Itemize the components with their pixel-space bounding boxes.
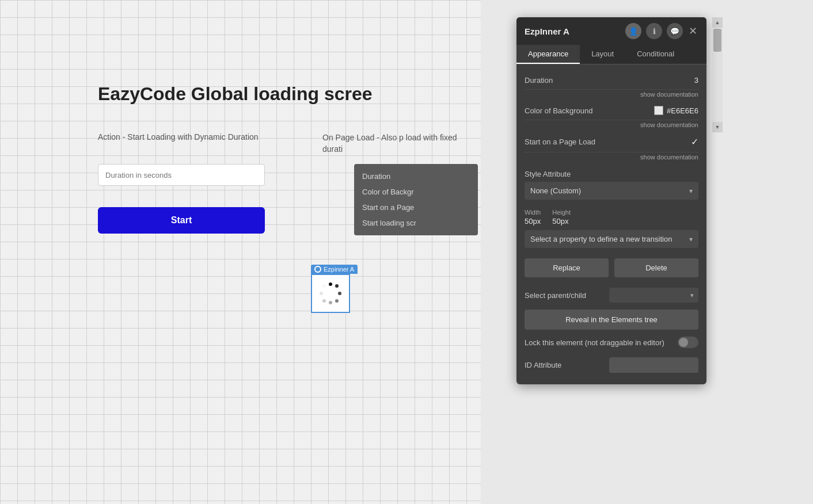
width-value: 50px [525,217,541,226]
lock-row: Lock this element (not draggable in edit… [525,332,698,353]
color-swatch-row[interactable]: #E6E6E6 [654,106,698,115]
svg-point-2 [338,292,341,295]
color-bg-row: Color of Background #E6E6E6 [525,101,698,120]
tab-conditional[interactable]: Conditional [625,45,686,64]
action-label-right: On Page Load - Also p load with fixed du… [322,132,478,155]
svg-point-3 [335,299,339,303]
scrollbar: ▲ ▼ [712,17,723,132]
transition-select[interactable]: Select a property to define a new transi… [525,230,698,248]
dropdown-item-duration[interactable]: Duration [354,169,478,184]
svg-point-5 [322,299,326,303]
svg-point-1 [335,284,339,288]
parent-child-row: Select parent/child [525,283,698,307]
color-bg-label: Color of Background [525,106,593,115]
action-label-left: Action - Start Loading with Dynamic Dura… [98,132,259,142]
dropdown-item-startloading[interactable]: Start loading scr [354,215,478,231]
ezpinner-label-bar: Ezpinner A [311,265,358,274]
color-show-doc[interactable]: show documentation [525,120,698,132]
circle-icon [314,266,321,273]
height-item: Height 50px [552,209,571,226]
avatar-icon: 👤 [629,27,638,36]
ezpinner-label: Ezpinner A [324,266,354,273]
start-button[interactable]: Start [98,207,265,234]
ezpinner-element[interactable]: Ezpinner A [311,265,358,313]
id-attribute-row: ID Attribute [525,353,698,377]
lock-toggle[interactable] [678,337,698,348]
svg-point-4 [329,301,332,304]
replace-button[interactable]: Replace [525,258,609,277]
parent-child-select[interactable] [609,288,698,303]
svg-point-7 [322,284,326,288]
info-icon-btn[interactable]: ℹ [646,23,662,39]
style-attribute-select[interactable]: None (Custom) [525,182,698,200]
height-value: 50px [552,217,571,226]
panel-icons: 👤 ℹ 💬 ✕ [625,23,698,39]
width-item: Width 50px [525,209,541,226]
id-attribute-input[interactable] [609,357,698,373]
transition-select-wrapper[interactable]: Select a property to define a new transi… [525,230,698,248]
panel-header: EzpInner A 👤 ℹ 💬 ✕ [516,17,706,45]
canvas-dropdown: Duration Color of Backgr Start on a Page… [354,164,478,235]
duration-label: Duration [525,76,553,85]
panel-title: EzpInner A [525,26,569,36]
color-swatch[interactable] [654,106,663,115]
info-icon: ℹ [653,27,656,36]
duration-show-doc[interactable]: show documentation [525,90,698,101]
svg-point-0 [329,282,332,286]
style-attribute-select-wrapper[interactable]: None (Custom) [525,182,698,200]
panel-body: Duration 3 show documentation Color of B… [516,64,706,384]
avatar-icon-btn[interactable]: 👤 [625,23,641,39]
color-hex-value: #E6E6E6 [667,106,698,115]
scrollbar-arrow-down[interactable]: ▼ [712,122,723,132]
duration-value: 3 [694,76,698,85]
delete-button[interactable]: Delete [614,258,698,277]
dropdown-item-color[interactable]: Color of Backgr [354,184,478,200]
start-page-load-row: Start on a Page Load ✓ [525,132,698,152]
close-button[interactable]: ✕ [687,25,698,37]
height-label: Height [552,209,571,216]
id-attribute-label: ID Attribute [525,361,561,369]
replace-delete-row: Replace Delete [525,253,698,283]
parent-child-select-wrapper[interactable] [609,288,698,303]
right-panel: EzpInner A 👤 ℹ 💬 ✕ Appearance Layout Con… [516,17,706,384]
spinner-svg [317,280,344,307]
width-label: Width [525,209,541,216]
parent-child-label: Select parent/child [525,291,586,300]
ezpinner-box [311,274,350,313]
duration-input[interactable] [98,164,265,186]
tab-appearance[interactable]: Appearance [516,45,580,64]
duration-row: Duration 3 [525,71,698,90]
tab-layout[interactable]: Layout [580,45,625,64]
panel-tabs: Appearance Layout Conditional [516,45,706,64]
start-page-load-check: ✓ [691,136,698,147]
scrollbar-arrow-up[interactable]: ▲ [712,17,723,28]
size-row: Width 50px Height 50px [525,204,698,230]
scrollbar-thumb[interactable] [713,29,721,52]
reveal-elements-tree-button[interactable]: Reveal in the Elements tree [525,310,698,330]
page-title: EazyCode Global loading scree [98,83,373,105]
start-page-load-label: Start on a Page Load [525,138,595,146]
comment-icon-btn[interactable]: 💬 [667,23,683,39]
style-attribute-label: Style Attribute [525,164,698,182]
canvas: EazyCode Global loading scree Action - S… [0,0,481,504]
start-show-doc[interactable]: show documentation [525,152,698,164]
svg-point-6 [320,292,323,295]
close-icon: ✕ [689,25,697,37]
comment-icon: 💬 [670,27,679,36]
dropdown-item-pageonload[interactable]: Start on a Page [354,200,478,215]
lock-label: Lock this element (not draggable in edit… [525,338,664,347]
